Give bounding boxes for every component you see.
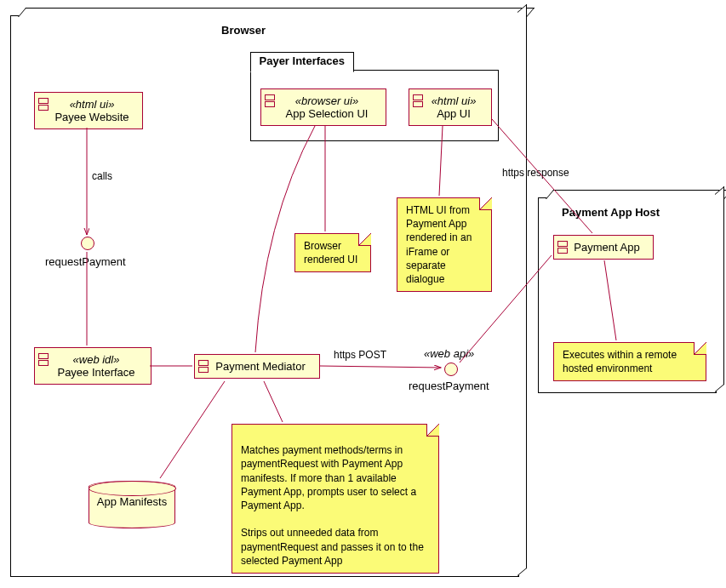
payee-website-component: «html ui» Payee Website <box>34 92 143 129</box>
request-payment-1-icon <box>81 237 94 250</box>
browser-rendered-ui-text: Browser rendered UI <box>304 240 357 265</box>
app-ui-component: «html ui» App UI <box>409 88 492 126</box>
payment-app-note-text: Executes within a remote hosted environm… <box>563 349 677 374</box>
request-payment-2-label: requestPayment <box>409 380 489 392</box>
html-ui-note: HTML UI from Payment App rendered in an … <box>397 197 492 292</box>
app-ui-name: App UI <box>428 107 479 120</box>
payee-interface-component: «web idl» Payee Interface <box>34 347 151 385</box>
payment-mediator-component: Payment Mediator <box>194 354 320 379</box>
payee-interface-name: Payee Interface <box>54 366 139 379</box>
browser-rendered-ui-note: Browser rendered UI <box>294 233 371 272</box>
app-selection-ui-component: «browser ui» App Selection UI <box>260 88 386 126</box>
html-ui-note-text: HTML UI from Payment App rendered in an … <box>406 204 472 285</box>
mediator-note-text: Matches payment methods/terms in payment… <box>241 444 424 567</box>
payer-interfaces-tab: Payer Interfaces <box>250 52 354 72</box>
payment-app-component: Payment App <box>553 235 654 260</box>
app-ui-stereotype: «html ui» <box>428 94 479 107</box>
https-response-label: https response <box>502 167 569 179</box>
payee-website-name: Payee Website <box>54 111 130 123</box>
https-post-label: https POST <box>334 349 386 361</box>
payment-app-host-title: Payment App Host <box>562 206 660 219</box>
payee-website-stereotype: «html ui» <box>54 98 130 111</box>
request-payment-2-stereotype: «web api» <box>424 347 474 360</box>
calls-label: calls <box>92 170 112 182</box>
app-manifests-db: App Manifests <box>89 481 175 528</box>
app-manifests-label: App Manifests <box>89 495 174 508</box>
browser-title: Browser <box>221 24 266 37</box>
payment-mediator-name: Payment Mediator <box>214 360 307 373</box>
request-payment-2-icon <box>444 363 458 376</box>
app-selection-ui-stereotype: «browser ui» <box>280 94 374 107</box>
payment-app-note: Executes within a remote hosted environm… <box>553 342 706 381</box>
mediator-note: Matches payment methods/terms in payment… <box>232 424 439 574</box>
payment-app-name: Payment App <box>573 241 641 254</box>
payee-interface-stereotype: «web idl» <box>54 353 139 366</box>
app-selection-ui-name: App Selection UI <box>280 107 374 120</box>
request-payment-1-label: requestPayment <box>45 255 126 268</box>
